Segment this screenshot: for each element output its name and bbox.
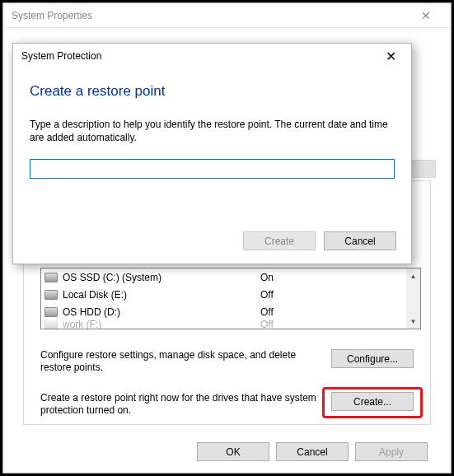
outer-window-title: System Properties [12,10,410,21]
drive-icon [44,307,58,317]
scroll-track[interactable] [406,283,420,314]
modal-titlebar: System Protection ✕ [13,44,411,68]
configure-button[interactable]: Configure... [331,349,414,368]
drive-status: On [260,272,420,283]
drive-status: Off [260,306,420,318]
drive-row[interactable]: OS SSD (C:) (System) On [41,268,420,286]
create-text: Create a restore point right now for the… [40,392,331,417]
modal-heading: Create a restore point [30,83,395,100]
configure-section: Configure restore settings, manage disk … [40,349,414,374]
apply-button[interactable]: Apply [355,442,428,461]
drives-scrollbar[interactable]: ▲ ▼ [406,268,420,329]
modal-body: Create a restore point Type a descriptio… [13,68,411,179]
configure-text: Configure restore settings, manage disk … [40,349,331,374]
create-button[interactable]: Create... [331,392,414,411]
system-protection-modal: System Protection ✕ Create a restore poi… [12,43,412,264]
modal-title: System Protection [21,50,378,62]
drive-status: Off [260,320,420,329]
system-properties-window: System Properties ✕ OS SSD (C:) (System)… [2,2,452,474]
drive-row[interactable]: OS HDD (D:) Off [41,303,420,320]
dialog-bottom-buttons: OK Cancel Apply [197,442,428,461]
drive-status: Off [260,289,420,301]
drive-name: work (F:) [63,320,260,329]
restore-point-description-input[interactable] [30,159,395,179]
close-icon[interactable]: ✕ [378,49,403,64]
drive-name: OS HDD (D:) [63,306,260,318]
close-icon[interactable]: ✕ [410,9,442,22]
drive-icon [44,290,58,300]
drive-icon [44,273,58,282]
modal-cancel-button[interactable]: Cancel [324,231,396,250]
modal-description: Type a description to help you identify … [30,118,395,144]
drive-icon [44,320,58,329]
scroll-up-icon[interactable]: ▲ [406,268,420,283]
drive-row[interactable]: work (F:) Off [41,320,420,329]
drive-name: Local Disk (E:) [63,289,260,301]
modal-button-row: Create Cancel [243,231,396,250]
outer-titlebar: System Properties ✕ [3,3,451,28]
drives-list[interactable]: OS SSD (C:) (System) On Local Disk (E:) … [40,268,421,329]
drive-row[interactable]: Local Disk (E:) Off [41,286,420,303]
modal-create-button[interactable]: Create [243,231,316,250]
drive-name: OS SSD (C:) (System) [63,272,260,283]
create-section: Create a restore point right now for the… [40,392,414,417]
ok-button[interactable]: OK [197,442,269,461]
cancel-button[interactable]: Cancel [276,442,349,461]
scroll-down-icon[interactable]: ▼ [406,314,420,329]
